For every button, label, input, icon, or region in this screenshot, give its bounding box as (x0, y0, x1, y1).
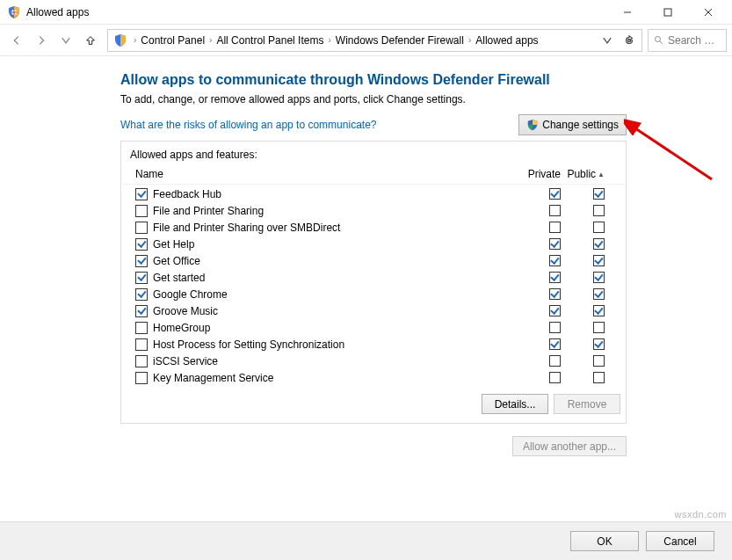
breadcrumb[interactable]: Control Panel (139, 34, 207, 47)
cancel-button[interactable]: Cancel (646, 531, 714, 551)
table-row[interactable]: File and Printer Sharing over SMBDirect (123, 219, 624, 236)
breadcrumb[interactable]: All Control Panel Items (214, 34, 325, 47)
watermark: wsxdn.com (674, 509, 727, 520)
row-private-checkbox[interactable] (549, 322, 561, 333)
column-name[interactable]: Name (135, 168, 517, 180)
back-button[interactable] (5, 29, 28, 52)
row-private-checkbox[interactable] (549, 355, 561, 367)
row-private-checkbox[interactable] (549, 305, 561, 316)
row-enable-checkbox[interactable] (135, 338, 148, 351)
column-private[interactable]: Private (517, 168, 561, 180)
row-enable-checkbox[interactable] (135, 322, 148, 334)
up-button[interactable] (79, 29, 102, 52)
table-row[interactable]: HomeGroup (123, 319, 624, 336)
table-row[interactable]: Get started (123, 269, 624, 286)
recent-dropdown[interactable] (54, 29, 77, 52)
row-name: Key Management Service (153, 372, 533, 384)
svg-line-6 (660, 40, 663, 43)
maximize-button[interactable] (648, 0, 688, 25)
table-row[interactable]: Get Help (123, 236, 624, 252)
row-public-checkbox[interactable] (593, 255, 605, 266)
row-enable-checkbox[interactable] (135, 255, 148, 267)
chevron-right-icon[interactable]: › (325, 35, 333, 45)
row-name: Host Process for Setting Synchronization (153, 338, 533, 351)
ok-button[interactable]: OK (570, 531, 639, 551)
search-input[interactable]: Search Co... (648, 29, 727, 52)
breadcrumb[interactable]: Allowed apps (474, 34, 540, 47)
column-public[interactable]: Public▲ (561, 168, 605, 180)
table-row[interactable]: Host Process for Setting Synchronization (123, 336, 624, 353)
table-row[interactable]: iSCSI Service (123, 353, 624, 369)
minimize-button[interactable] (607, 0, 648, 25)
remove-button[interactable]: Remove (554, 394, 620, 414)
row-enable-checkbox[interactable] (135, 188, 148, 200)
row-public-checkbox[interactable] (593, 322, 605, 333)
table-row[interactable]: Google Chrome (123, 286, 624, 302)
forward-button[interactable] (30, 29, 53, 52)
row-public-checkbox[interactable] (593, 238, 605, 250)
row-name: Get Office (153, 255, 533, 267)
row-public-checkbox[interactable] (593, 272, 605, 283)
breadcrumb[interactable]: Windows Defender Firewall (334, 34, 466, 47)
chevron-right-icon[interactable]: › (131, 35, 139, 45)
svg-rect-2 (664, 9, 671, 16)
row-private-checkbox[interactable] (549, 255, 561, 266)
title-bar: Allowed apps (0, 0, 732, 25)
row-public-checkbox[interactable] (593, 305, 605, 316)
history-dropdown[interactable] (596, 29, 619, 52)
row-name: HomeGroup (153, 322, 533, 334)
close-button[interactable] (688, 0, 728, 25)
row-public-checkbox[interactable] (593, 372, 605, 383)
row-public-checkbox[interactable] (593, 288, 605, 300)
uac-shield-icon (526, 119, 539, 131)
row-public-checkbox[interactable] (593, 188, 605, 200)
row-private-checkbox[interactable] (549, 272, 561, 283)
row-enable-checkbox[interactable] (135, 272, 148, 284)
allow-another-app-button[interactable]: Allow another app... (512, 436, 627, 456)
svg-point-5 (656, 36, 661, 41)
details-button[interactable]: Details... (482, 394, 548, 414)
app-list[interactable]: Feedback HubFile and Printer SharingFile… (123, 185, 624, 385)
table-row[interactable]: Key Management Service (123, 369, 624, 385)
row-enable-checkbox[interactable] (135, 288, 148, 301)
row-enable-checkbox[interactable] (135, 205, 148, 217)
search-placeholder: Search Co... (668, 34, 721, 47)
table-row[interactable]: Groove Music (123, 302, 624, 319)
table-row[interactable]: Feedback Hub (123, 185, 624, 202)
content-area: Allow apps to communicate through Window… (0, 56, 732, 456)
row-private-checkbox[interactable] (549, 238, 561, 250)
risks-link[interactable]: What are the risks of allowing an app to… (120, 119, 376, 131)
row-private-checkbox[interactable] (549, 188, 561, 200)
row-enable-checkbox[interactable] (135, 305, 148, 317)
row-name: Get Help (153, 238, 533, 251)
row-name: Get started (153, 272, 533, 284)
row-name: File and Printer Sharing (153, 205, 533, 217)
location-icon (113, 33, 127, 47)
table-row[interactable]: Get Office (123, 252, 624, 269)
table-row[interactable]: File and Printer Sharing (123, 202, 624, 219)
list-header: Name Private Public▲ (123, 164, 624, 185)
row-public-checkbox[interactable] (593, 222, 605, 233)
refresh-button[interactable] (619, 30, 640, 51)
row-enable-checkbox[interactable] (135, 222, 148, 234)
row-name: Google Chrome (153, 288, 533, 301)
row-private-checkbox[interactable] (549, 338, 561, 350)
chevron-right-icon[interactable]: › (207, 35, 214, 45)
row-public-checkbox[interactable] (593, 338, 605, 350)
row-name: Feedback Hub (153, 188, 533, 200)
row-public-checkbox[interactable] (593, 205, 605, 216)
chevron-right-icon[interactable]: › (466, 35, 474, 45)
nav-bar: › Control Panel › All Control Panel Item… (0, 25, 732, 56)
row-enable-checkbox[interactable] (135, 355, 148, 367)
address-bar[interactable]: › Control Panel › All Control Panel Item… (107, 29, 642, 52)
row-public-checkbox[interactable] (593, 355, 605, 367)
row-private-checkbox[interactable] (549, 205, 561, 216)
row-private-checkbox[interactable] (549, 288, 561, 300)
footer: OK Cancel (0, 521, 732, 560)
change-settings-button[interactable]: Change settings (518, 114, 627, 135)
row-enable-checkbox[interactable] (135, 238, 148, 251)
row-private-checkbox[interactable] (549, 372, 561, 383)
row-private-checkbox[interactable] (549, 222, 561, 233)
page-title: Allow apps to communicate through Window… (120, 72, 732, 88)
row-enable-checkbox[interactable] (135, 372, 148, 384)
